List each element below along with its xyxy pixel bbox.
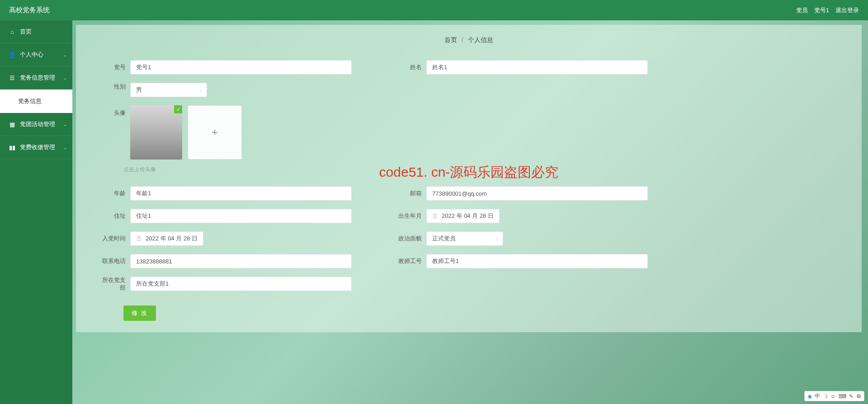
date-value: 2022 年 04 月 28 日 (442, 212, 494, 220)
keyboard-icon[interactable]: ⌨ (839, 393, 846, 399)
logout-link[interactable]: 退出登录 (835, 6, 859, 14)
home-icon: ⌂ (9, 28, 15, 35)
sidebar-item-label: 首页 (20, 28, 32, 36)
field-politics: 政治面貌 正式党员 ⌄ (395, 231, 664, 246)
emoji-icon[interactable]: ☺ (830, 393, 836, 399)
age-input[interactable] (130, 186, 352, 201)
select-value: 男 (136, 86, 142, 94)
user-name[interactable]: 党号1 (814, 6, 829, 14)
user-icon: 👤 (9, 52, 15, 58)
breadcrumb-sep: / (462, 36, 463, 43)
chevron-down-icon: ⌄ (63, 52, 67, 57)
field-label: 年龄 (99, 189, 126, 197)
phone-input[interactable] (130, 254, 352, 268)
ime-lang[interactable]: 中 (815, 392, 820, 400)
chevron-down-icon: ⌄ (198, 88, 202, 93)
date-value: 2022 年 04 月 28 日 (146, 235, 198, 243)
branch-input[interactable] (130, 277, 352, 291)
avatar-upload-button[interactable]: + (188, 105, 242, 160)
sidebar-item-label: 党团活动管理 (20, 120, 55, 128)
grid-icon: ▦ (9, 121, 15, 127)
app-header: 高校党务系统 党员 党号1 退出登录 (0, 0, 868, 20)
address-input[interactable] (130, 209, 352, 223)
app-title: 高校党务系统 (9, 6, 50, 14)
field-avatar: 头像 + (99, 105, 664, 160)
settings-icon[interactable]: ⚙ (856, 393, 861, 399)
field-address: 住址 (99, 209, 368, 223)
sidebar-subitem-partyinfo[interactable]: 党务信息 (0, 89, 72, 113)
field-label: 所在党支部 (99, 277, 126, 292)
field-party-number: 党号 (99, 60, 368, 75)
sidebar-item-label: 党费收缴管理 (20, 143, 55, 151)
user-role[interactable]: 党员 (796, 6, 808, 14)
chevron-down-icon: ⌄ (63, 145, 67, 150)
sidebar-item-activities[interactable]: ▦ 党团活动管理 ⌄ (0, 113, 72, 136)
name-input[interactable] (426, 60, 648, 75)
tool-icon[interactable]: ✎ (849, 393, 854, 399)
field-label: 头像 (99, 105, 126, 117)
birth-date-input[interactable]: 🗓 2022 年 04 月 28 日 (426, 209, 500, 223)
field-join-date: 入党时间 🗓 2022 年 04 月 28 日 (99, 231, 368, 246)
politics-select[interactable]: 正式党员 ⌄ (426, 231, 503, 246)
plus-icon: + (212, 126, 218, 139)
chevron-down-icon: ⌄ (63, 75, 67, 80)
avatar-image[interactable] (130, 105, 182, 160)
field-email: 邮箱 (395, 186, 664, 201)
gender-select[interactable]: 男 ⌄ (130, 83, 207, 97)
breadcrumb-root[interactable]: 首页 (444, 36, 457, 43)
breadcrumb-current: 个人信息 (468, 36, 493, 43)
sidebar-item-home[interactable]: ⌂ 首页 (0, 20, 72, 43)
sidebar: ⌂ 首页 👤 个人中心 ⌄ ☰ 党务信息管理 ⌄ 党务信息 ▦ 党团活动管理 ⌄… (0, 20, 72, 404)
field-gender: 性别 男 ⌄ (99, 83, 664, 97)
join-date-input[interactable]: 🗓 2022 年 04 月 28 日 (130, 231, 203, 246)
sidebar-item-label: 个人中心 (20, 51, 43, 59)
field-label: 住址 (99, 212, 126, 220)
teacher-id-input[interactable] (426, 254, 648, 268)
field-label: 党号 (99, 63, 126, 71)
field-birth: 出生年月 🗓 2022 年 04 月 28 日 (395, 209, 664, 223)
sidebar-item-personal[interactable]: 👤 个人中心 ⌄ (0, 43, 72, 66)
sidebar-item-label: 党务信息 (18, 97, 42, 105)
email-input[interactable] (426, 186, 648, 201)
field-phone: 联系电话 (99, 254, 368, 268)
chevron-down-icon: ⌄ (495, 236, 498, 241)
list-icon: ☰ (9, 75, 15, 81)
field-label: 入党时间 (99, 235, 126, 243)
field-branch: 所在党支部 (99, 277, 664, 292)
field-label: 教师工号 (395, 257, 422, 265)
breadcrumb: 首页 / 个人信息 (90, 36, 848, 44)
select-value: 正式党员 (432, 235, 456, 243)
field-label: 出生年月 (395, 212, 422, 220)
field-name: 姓名 (395, 60, 664, 75)
field-label: 姓名 (395, 63, 422, 71)
calendar-icon: 🗓 (136, 235, 142, 242)
chevron-down-icon: ⌄ (63, 122, 67, 127)
field-label: 性别 (99, 83, 126, 91)
party-number-input[interactable] (130, 60, 352, 75)
moon-icon[interactable]: ☽ (823, 393, 828, 399)
field-teacher-id: 教师工号 (395, 254, 664, 268)
ime-logo-icon: ◉ (807, 393, 812, 399)
submit-button[interactable]: 修 改 (123, 305, 156, 321)
sidebar-item-dues[interactable]: ▮▮ 党费收缴管理 ⌄ (0, 136, 72, 159)
content-panel: 首页 / 个人信息 党号 姓名 性别 男 ⌄ (76, 25, 862, 332)
bars-icon: ▮▮ (9, 144, 15, 150)
field-age: 年龄 (99, 186, 368, 201)
field-label: 政治面貌 (395, 235, 422, 243)
header-right: 党员 党号1 退出登录 (796, 6, 859, 14)
field-label: 联系电话 (99, 257, 126, 265)
sidebar-item-label: 党务信息管理 (20, 74, 55, 82)
field-label: 邮箱 (395, 189, 422, 197)
ime-toolbar[interactable]: ◉ 中 ☽ ☺ ⌨ ✎ ⚙ (804, 391, 864, 401)
sidebar-item-partyinfo-mgmt[interactable]: ☰ 党务信息管理 ⌄ (0, 66, 72, 89)
calendar-icon: 🗓 (432, 213, 438, 220)
avatar-hint: 点击上传头像 (123, 166, 848, 174)
